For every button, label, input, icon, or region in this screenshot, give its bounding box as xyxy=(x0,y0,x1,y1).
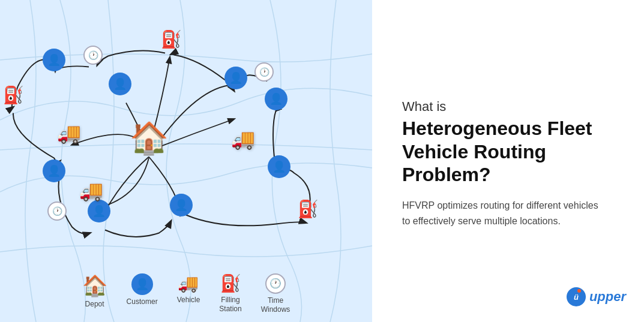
fuel-icon-3: ⛽ xyxy=(298,199,319,219)
fuel-node-1: ⛽ xyxy=(3,85,24,105)
legend-customer-icon: 👤 xyxy=(131,273,153,295)
upper-logo-text: upper xyxy=(589,289,626,305)
clock-node-2: 🕐 xyxy=(47,201,67,221)
truck-icon-1: 🚚 xyxy=(57,122,81,145)
person-node-6: 👤 xyxy=(224,67,247,89)
clock-node-1: 🕐 xyxy=(83,46,103,65)
right-panel: What is Heterogeneous Fleet Vehicle Rout… xyxy=(372,0,644,322)
legend-item-customer: 👤 Customer xyxy=(127,273,158,307)
person-icon-1: 👤 xyxy=(43,49,65,71)
legend-item-filling-station: ⛽ Filling Station xyxy=(219,273,241,314)
truck-node-2: 🚚 xyxy=(79,179,103,202)
legend-item-depot: 🏠 Depot xyxy=(82,273,107,309)
legend-fuel-icon: ⛽ xyxy=(220,273,241,293)
upper-logo-icon: ü xyxy=(565,286,587,308)
legend: 🏠 Depot 👤 Customer 🚚 Vehicle ⛽ Filling S… xyxy=(0,273,372,315)
legend-depot-label: Depot xyxy=(85,300,104,309)
clock-node-3: 🕐 xyxy=(254,62,274,82)
legend-clock-icon: 🕐 xyxy=(265,273,286,294)
left-panel: 🏠 👤 👤 👤 👤 👤 👤 👤 👤 🕐 🕐 🕐 ⛽ ⛽ ⛽ xyxy=(0,0,372,322)
person-node-5: 👤 xyxy=(170,194,193,216)
legend-vehicle-icon: 🚚 xyxy=(178,273,199,293)
person-node-8: 👤 xyxy=(268,155,290,178)
depot-icon: 🏠 xyxy=(130,120,169,157)
person-node-3: 👤 xyxy=(43,160,65,182)
legend-item-vehicle: 🚚 Vehicle xyxy=(177,273,200,305)
clock-icon-2: 🕐 xyxy=(47,201,67,221)
truck-node-3: 🚚 xyxy=(231,128,255,151)
person-icon-5: 👤 xyxy=(170,194,193,216)
fuel-icon-2: ⛽ xyxy=(161,29,182,49)
what-is-text: What is xyxy=(402,99,620,115)
person-icon-7: 👤 xyxy=(265,88,287,110)
legend-depot-icon: 🏠 xyxy=(82,273,107,297)
truck-node-1: 🚚 xyxy=(57,122,81,145)
person-icon-4: 👤 xyxy=(88,200,110,222)
legend-filling-station-label: Filling Station xyxy=(219,296,241,314)
legend-item-time-windows: 🕐 Time Windows xyxy=(261,273,290,315)
person-icon-8: 👤 xyxy=(268,155,290,178)
svg-text:ü: ü xyxy=(574,293,579,302)
fuel-node-3: ⛽ xyxy=(298,199,319,219)
svg-point-2 xyxy=(577,289,581,293)
fuel-node-2: ⛽ xyxy=(161,29,182,49)
legend-vehicle-label: Vehicle xyxy=(177,296,200,305)
person-icon-6: 👤 xyxy=(224,67,247,89)
person-icon-2: 👤 xyxy=(109,73,131,95)
legend-customer-label: Customer xyxy=(127,297,158,307)
person-node-2: 👤 xyxy=(109,73,131,95)
upper-logo: ü upper xyxy=(565,286,626,308)
depot-node: 🏠 xyxy=(130,120,169,157)
main-title: Heterogeneous Fleet Vehicle Routing Prob… xyxy=(402,117,620,186)
person-node-1: 👤 xyxy=(43,49,65,71)
person-node-7: 👤 xyxy=(265,88,287,110)
clock-icon-1: 🕐 xyxy=(83,46,103,65)
person-node-4: 👤 xyxy=(88,200,110,222)
clock-icon-3: 🕐 xyxy=(254,62,274,82)
person-icon-3: 👤 xyxy=(43,160,65,182)
truck-icon-2: 🚚 xyxy=(79,179,103,202)
fuel-icon-1: ⛽ xyxy=(3,85,24,105)
description-text: HFVRP optimizes routing for different ve… xyxy=(402,198,606,228)
truck-icon-3: 🚚 xyxy=(231,128,255,151)
legend-time-windows-label: Time Windows xyxy=(261,296,290,315)
